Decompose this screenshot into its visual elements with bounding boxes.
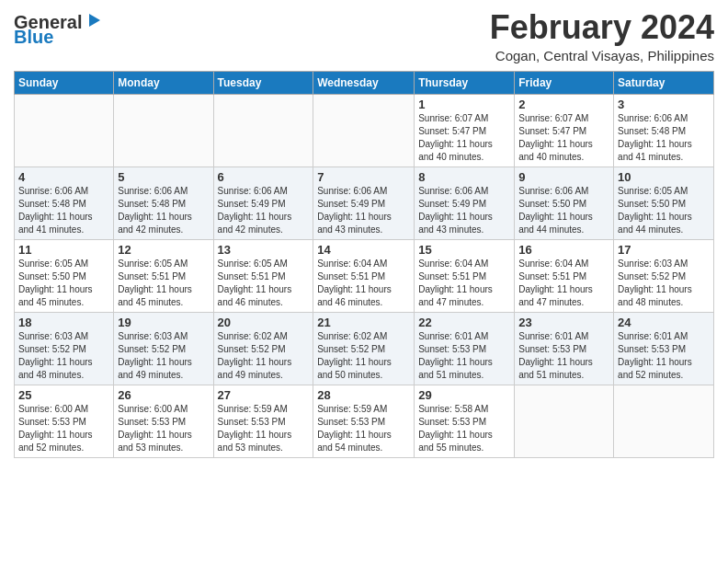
day-info-text: Daylight: 11 hours	[618, 283, 710, 296]
day-info-text: Daylight: 11 hours	[317, 356, 410, 369]
day-number: 26	[118, 388, 209, 402]
calendar-cell	[114, 94, 213, 167]
day-info-text: Sunset: 5:47 PM	[418, 125, 510, 138]
day-number: 21	[317, 316, 410, 329]
day-info-text: and 43 minutes.	[317, 224, 410, 236]
day-info-text: and 54 minutes.	[317, 442, 410, 454]
day-number: 20	[218, 316, 310, 329]
calendar-cell: 7Sunrise: 6:06 AMSunset: 5:49 PMDaylight…	[313, 167, 415, 239]
day-info-text: and 40 minutes.	[418, 151, 510, 164]
calendar-cell: 2Sunrise: 6:07 AMSunset: 5:47 PMDaylight…	[515, 94, 614, 167]
day-number: 8	[418, 170, 510, 184]
day-number: 25	[18, 388, 109, 402]
day-info-text: and 48 minutes.	[18, 369, 109, 382]
calendar-cell	[614, 385, 714, 457]
logo-arrow-icon	[84, 10, 104, 30]
day-info-text: Sunset: 5:49 PM	[418, 198, 510, 211]
calendar-cell: 18Sunrise: 6:03 AMSunset: 5:52 PMDayligh…	[15, 312, 114, 385]
day-info-text: Sunset: 5:52 PM	[218, 343, 310, 356]
day-info-text: Sunset: 5:53 PM	[18, 416, 109, 429]
day-info-text: Sunset: 5:53 PM	[118, 416, 209, 429]
day-info-text: Sunset: 5:48 PM	[118, 198, 209, 211]
day-info-text: Sunrise: 6:02 AM	[218, 330, 310, 343]
calendar-cell: 17Sunrise: 6:03 AMSunset: 5:52 PMDayligh…	[614, 239, 714, 312]
header-wednesday: Wednesday	[313, 71, 415, 94]
day-info-text: Daylight: 11 hours	[518, 211, 609, 224]
calendar-cell: 25Sunrise: 6:00 AMSunset: 5:53 PMDayligh…	[15, 385, 114, 457]
day-info-text: Sunrise: 6:03 AM	[618, 258, 710, 270]
day-info-text: Sunset: 5:51 PM	[418, 270, 510, 283]
calendar-cell: 4Sunrise: 6:06 AMSunset: 5:48 PMDaylight…	[15, 167, 114, 239]
day-info-text: Sunrise: 5:59 AM	[317, 403, 410, 416]
header-sunday: Sunday	[15, 71, 114, 94]
day-info-text: Daylight: 11 hours	[118, 356, 209, 369]
day-info-text: Daylight: 11 hours	[118, 211, 209, 224]
header-monday: Monday	[114, 71, 213, 94]
day-info-text: and 52 minutes.	[18, 442, 109, 454]
day-info-text: Daylight: 11 hours	[218, 211, 310, 224]
day-info-text: Sunrise: 6:07 AM	[518, 112, 609, 125]
day-info-text: and 47 minutes.	[418, 296, 510, 309]
day-info-text: Sunrise: 6:06 AM	[118, 185, 209, 198]
day-info-text: Daylight: 11 hours	[418, 283, 510, 296]
day-info-text: Sunset: 5:53 PM	[618, 343, 710, 356]
day-info-text: Sunset: 5:49 PM	[317, 198, 410, 211]
day-number: 28	[317, 388, 410, 402]
calendar-week-row: 18Sunrise: 6:03 AMSunset: 5:52 PMDayligh…	[15, 312, 714, 385]
day-info-text: Sunrise: 6:05 AM	[118, 258, 209, 270]
day-info-text: Daylight: 11 hours	[518, 138, 609, 151]
day-info-text: Daylight: 11 hours	[518, 356, 609, 369]
day-info-text: Sunrise: 6:05 AM	[618, 185, 710, 198]
day-number: 27	[218, 388, 310, 402]
day-info-text: Daylight: 11 hours	[18, 356, 109, 369]
calendar-cell	[515, 385, 614, 457]
calendar-cell: 1Sunrise: 6:07 AMSunset: 5:47 PMDaylight…	[415, 94, 515, 167]
day-number: 18	[18, 316, 109, 329]
calendar-week-row: 4Sunrise: 6:06 AMSunset: 5:48 PMDaylight…	[15, 167, 714, 239]
calendar-cell: 24Sunrise: 6:01 AMSunset: 5:53 PMDayligh…	[614, 312, 714, 385]
day-number: 13	[218, 243, 310, 257]
day-info-text: and 40 minutes.	[518, 151, 609, 164]
calendar-cell: 15Sunrise: 6:04 AMSunset: 5:51 PMDayligh…	[415, 239, 515, 312]
day-number: 6	[218, 170, 310, 184]
header-tuesday: Tuesday	[213, 71, 313, 94]
day-info-text: Sunset: 5:51 PM	[317, 270, 410, 283]
day-number: 14	[317, 243, 410, 257]
day-info-text: Sunrise: 6:00 AM	[118, 403, 209, 416]
logo: General Blue	[14, 13, 104, 46]
day-info-text: Sunrise: 6:01 AM	[418, 330, 510, 343]
day-info-text: Daylight: 11 hours	[218, 356, 310, 369]
calendar-table: SundayMondayTuesdayWednesdayThursdayFrid…	[14, 71, 714, 458]
calendar-cell: 22Sunrise: 6:01 AMSunset: 5:53 PMDayligh…	[415, 312, 515, 385]
calendar-cell	[213, 94, 313, 167]
day-info-text: Sunset: 5:47 PM	[518, 125, 609, 138]
day-info-text: Daylight: 11 hours	[317, 283, 410, 296]
svg-marker-0	[89, 14, 100, 27]
day-info-text: Daylight: 11 hours	[18, 429, 109, 442]
day-info-text: and 44 minutes.	[518, 224, 609, 236]
day-info-text: and 45 minutes.	[118, 296, 209, 309]
day-number: 7	[317, 170, 410, 184]
day-info-text: Sunrise: 5:59 AM	[218, 403, 310, 416]
day-info-text: Sunrise: 6:06 AM	[218, 185, 310, 198]
calendar-cell: 20Sunrise: 6:02 AMSunset: 5:52 PMDayligh…	[213, 312, 313, 385]
day-info-text: Sunset: 5:51 PM	[518, 270, 609, 283]
calendar-cell: 12Sunrise: 6:05 AMSunset: 5:51 PMDayligh…	[114, 239, 213, 312]
day-info-text: Sunrise: 6:00 AM	[18, 403, 109, 416]
day-info-text: Sunrise: 6:06 AM	[317, 185, 410, 198]
day-number: 17	[618, 243, 710, 257]
day-info-text: Daylight: 11 hours	[317, 211, 410, 224]
day-info-text: Sunset: 5:53 PM	[518, 343, 609, 356]
header-friday: Friday	[515, 71, 614, 94]
calendar-cell	[313, 94, 415, 167]
day-info-text: Sunrise: 6:04 AM	[317, 258, 410, 270]
day-info-text: and 46 minutes.	[218, 296, 310, 309]
day-info-text: and 48 minutes.	[618, 296, 710, 309]
day-info-text: Sunset: 5:50 PM	[518, 198, 609, 211]
day-info-text: Sunset: 5:49 PM	[218, 198, 310, 211]
day-info-text: Sunrise: 6:07 AM	[418, 112, 510, 125]
day-info-text: Sunset: 5:51 PM	[218, 270, 310, 283]
day-info-text: Daylight: 11 hours	[418, 356, 510, 369]
day-info-text: Sunrise: 6:01 AM	[618, 330, 710, 343]
day-number: 3	[618, 98, 710, 111]
